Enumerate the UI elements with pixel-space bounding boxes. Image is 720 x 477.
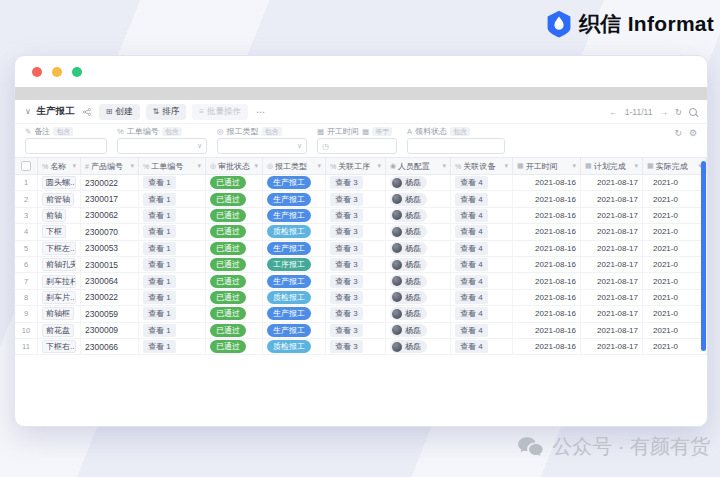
- table-row[interactable]: 7刹车拉杆2300064查看 1已通过生产报工查看 3杨磊查看 42021-08…: [15, 273, 707, 289]
- filter-input-note[interactable]: [25, 138, 107, 154]
- chevron-down-icon[interactable]: ▾: [130, 162, 134, 170]
- table-row[interactable]: 10前花盘2300009查看 1已通过生产报工查看 3杨磊查看 42021-08…: [15, 323, 707, 339]
- column-header-plan[interactable]: ▦计划完成▾: [581, 158, 643, 174]
- table-row[interactable]: 5下框左...2300053查看 1已通过生产报工查看 3杨磊查看 42021-…: [15, 241, 707, 257]
- view-process-button[interactable]: 查看 3: [330, 193, 363, 206]
- view-equipment-button[interactable]: 查看 4: [455, 193, 488, 206]
- share-icon[interactable]: [83, 108, 91, 116]
- view-work-order-button[interactable]: 查看 1: [143, 275, 176, 288]
- view-work-order-button[interactable]: 查看 1: [143, 176, 176, 189]
- table-row[interactable]: 1圆头螺...2300022查看 1已通过生产报工查看 3杨磊查看 42021-…: [15, 175, 707, 191]
- chevron-down-icon[interactable]: ▾: [634, 162, 638, 170]
- view-work-order-button[interactable]: 查看 1: [143, 225, 176, 238]
- view-process-button[interactable]: 查看 3: [330, 225, 363, 238]
- filter-input-work-order[interactable]: ∨: [117, 138, 207, 154]
- record-name-tag[interactable]: 刹车片...: [42, 291, 76, 304]
- table-row[interactable]: 4下框2300070查看 1已通过质检报工查看 3杨磊查看 42021-08-1…: [15, 224, 707, 240]
- search-icon[interactable]: [689, 108, 697, 116]
- view-work-order-button[interactable]: 查看 1: [143, 291, 176, 304]
- chevron-down-icon[interactable]: ▾: [504, 162, 508, 170]
- column-header-proc[interactable]: %关联工序▾: [326, 158, 386, 174]
- more-actions-icon[interactable]: ⋯: [256, 107, 265, 117]
- view-work-order-button[interactable]: 查看 1: [143, 242, 176, 255]
- view-equipment-button[interactable]: 查看 4: [455, 242, 488, 255]
- record-name-tag[interactable]: 前管轴: [42, 193, 74, 206]
- view-process-button[interactable]: 查看 3: [330, 176, 363, 189]
- sort-button[interactable]: ⇅ 排序: [146, 104, 187, 120]
- minimize-window-button[interactable]: [52, 67, 62, 77]
- filter-operator-badge: 包含: [262, 127, 282, 136]
- view-equipment-button[interactable]: 查看 4: [455, 324, 488, 337]
- view-equipment-button[interactable]: 查看 4: [455, 291, 488, 304]
- view-process-button[interactable]: 查看 3: [330, 209, 363, 222]
- chevron-down-icon[interactable]: ▾: [572, 162, 576, 170]
- column-header-start[interactable]: ▦开工时间▾: [513, 158, 581, 174]
- view-process-button[interactable]: 查看 3: [330, 275, 363, 288]
- chevron-down-icon[interactable]: ▾: [442, 162, 446, 170]
- view-equipment-button[interactable]: 查看 4: [455, 275, 488, 288]
- view-equipment-button[interactable]: 查看 4: [455, 258, 488, 271]
- table-row[interactable]: 3前轴2300062查看 1已通过生产报工查看 3杨磊查看 42021-08-1…: [15, 208, 707, 224]
- filter-input-start-time[interactable]: ◷: [317, 138, 397, 154]
- view-process-button[interactable]: 查看 3: [330, 242, 363, 255]
- record-name-tag[interactable]: 前轴: [42, 209, 66, 222]
- view-process-button[interactable]: 查看 3: [330, 307, 363, 320]
- column-header-type[interactable]: ◎报工类型▾: [263, 158, 326, 174]
- filter-settings-icon[interactable]: ⚙: [689, 128, 697, 138]
- column-header-name[interactable]: %名称▾: [38, 158, 81, 174]
- chevron-down-icon[interactable]: ▾: [317, 162, 321, 170]
- view-work-order-button[interactable]: 查看 1: [143, 209, 176, 222]
- pagination-next-icon[interactable]: →: [659, 107, 668, 117]
- record-name-tag[interactable]: 圆头螺...: [42, 176, 76, 189]
- view-equipment-button[interactable]: 查看 4: [455, 209, 488, 222]
- select-all-checkbox[interactable]: [21, 161, 31, 171]
- view-work-order-button[interactable]: 查看 1: [143, 307, 176, 320]
- table-row[interactable]: 2前管轴2300017查看 1已通过生产报工查看 3杨磊查看 42021-08-…: [15, 191, 707, 207]
- view-process-button[interactable]: 查看 3: [330, 324, 363, 337]
- chevron-down-icon[interactable]: ▾: [254, 162, 258, 170]
- column-header-prod[interactable]: #产品编号▾: [81, 158, 139, 174]
- batch-actions-button[interactable]: ≡ 批量操作: [192, 104, 248, 120]
- column-header-appr[interactable]: ◎审批状态▾: [206, 158, 263, 174]
- cell-process: 查看 3: [326, 290, 386, 305]
- record-name-tag[interactable]: 刹车拉杆: [42, 275, 76, 288]
- record-name-tag[interactable]: 前轴框: [42, 307, 74, 320]
- view-equipment-button[interactable]: 查看 4: [455, 225, 488, 238]
- table-row[interactable]: 11下框右...2300066查看 1已通过质检报工查看 3杨磊查看 42021…: [15, 339, 707, 355]
- filter-input-material-status[interactable]: [407, 138, 505, 154]
- view-work-order-button[interactable]: 查看 1: [143, 324, 176, 337]
- close-window-button[interactable]: [32, 67, 42, 77]
- refresh-icon[interactable]: ↻: [675, 107, 682, 117]
- view-work-order-button[interactable]: 查看 1: [143, 340, 176, 353]
- record-name-tag[interactable]: 下框左...: [42, 242, 76, 255]
- record-name-tag[interactable]: 下框右...: [42, 340, 76, 353]
- filter-input-report-type[interactable]: ∨: [217, 138, 307, 154]
- table-row[interactable]: 9前轴框2300059查看 1已通过生产报工查看 3杨磊查看 42021-08-…: [15, 306, 707, 322]
- view-work-order-button[interactable]: 查看 1: [143, 258, 176, 271]
- collapse-view-icon[interactable]: ∨: [25, 107, 31, 116]
- maximize-window-button[interactable]: [72, 67, 82, 77]
- chevron-down-icon[interactable]: ▾: [197, 162, 201, 170]
- chevron-down-icon[interactable]: ▾: [377, 162, 381, 170]
- pagination-prev-icon[interactable]: ←: [609, 107, 618, 117]
- record-name-tag[interactable]: 下框: [42, 225, 66, 238]
- record-name-tag[interactable]: 前花盘: [42, 324, 74, 337]
- column-header-wo[interactable]: %工单编号▾: [139, 158, 206, 174]
- chevron-down-icon[interactable]: ▾: [72, 162, 76, 170]
- table-row[interactable]: 6前轴孔夹2300015查看 1已通过工序报工查看 3杨磊查看 42021-08…: [15, 257, 707, 273]
- view-equipment-button[interactable]: 查看 4: [455, 307, 488, 320]
- view-process-button[interactable]: 查看 3: [330, 258, 363, 271]
- column-header-equip[interactable]: %关联设备▾: [451, 158, 513, 174]
- column-header-act[interactable]: ▦实际完成▾: [643, 158, 707, 174]
- view-process-button[interactable]: 查看 3: [330, 340, 363, 353]
- create-button[interactable]: ⊞ 创建: [99, 104, 140, 120]
- filter-refresh-icon[interactable]: ↻: [674, 128, 682, 138]
- view-process-button[interactable]: 查看 3: [330, 291, 363, 304]
- vertical-scrollbar[interactable]: [701, 161, 706, 351]
- view-equipment-button[interactable]: 查看 4: [455, 176, 488, 189]
- view-work-order-button[interactable]: 查看 1: [143, 193, 176, 206]
- view-equipment-button[interactable]: 查看 4: [455, 340, 488, 353]
- column-header-pers[interactable]: ◉人员配置▾: [386, 158, 451, 174]
- record-name-tag[interactable]: 前轴孔夹: [42, 258, 76, 271]
- table-row[interactable]: 8刹车片...2300022查看 1已通过质检报工查看 3杨磊查看 42021-…: [15, 290, 707, 306]
